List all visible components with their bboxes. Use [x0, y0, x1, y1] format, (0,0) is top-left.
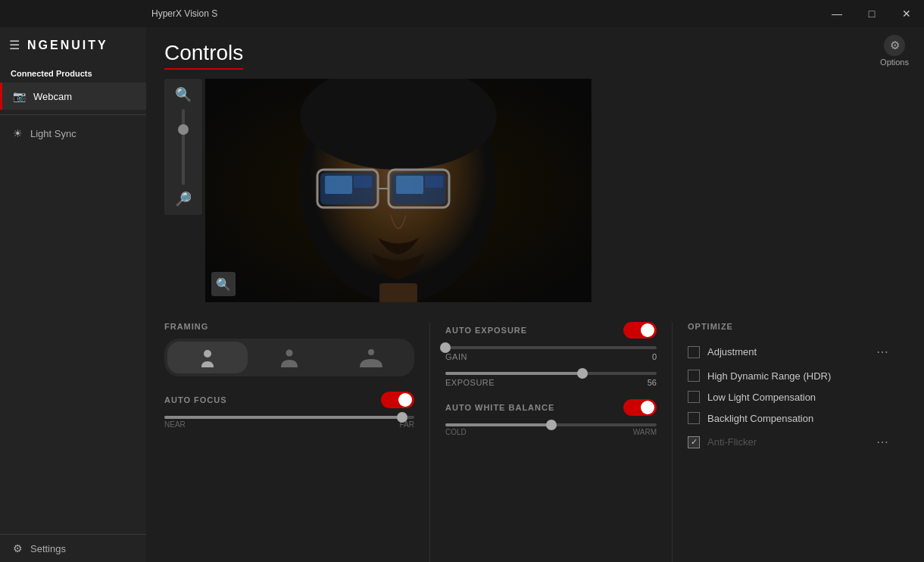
window-controls: — □ ✕	[819, 0, 924, 27]
sidebar-item-lightsync[interactable]: ☀ Light Sync	[0, 120, 146, 147]
page-title: Controls	[164, 41, 243, 70]
content-area: 🔍 🔎	[146, 79, 924, 562]
optimize-item-antiflicker: Anti-Flicker ⋯	[688, 429, 891, 455]
framing-option-close[interactable]	[167, 342, 248, 373]
autofocus-slider-ends: NEAR FAR	[164, 420, 414, 429]
gain-label: GAIN	[445, 352, 467, 361]
gain-slider-thumb[interactable]	[440, 342, 451, 353]
optimize-item-lowlight: Low Light Compensation	[688, 386, 891, 407]
optimize-item-hdr: High Dynamic Range (HDR)	[688, 365, 891, 386]
antiflicker-checkbox[interactable]	[688, 436, 700, 448]
adjustment-checkbox[interactable]	[688, 346, 700, 358]
autowhitebalance-knob	[641, 401, 654, 414]
svg-point-13	[204, 350, 211, 357]
autowhitebalance-toggle-row: AUTO WHITE BALANCE	[445, 399, 657, 416]
minimize-button[interactable]: —	[819, 0, 854, 27]
autofocus-toggle-row: AUTO FOCUS	[164, 392, 414, 408]
main-content: Controls ⚙ Options 🔍 🔎	[146, 27, 924, 562]
framing-option-wide[interactable]	[331, 342, 411, 373]
options-icon: ⚙	[884, 35, 905, 56]
controls-grid: FRAMING	[164, 313, 906, 562]
sidebar: ☰ NGENUITY Connected Products 📷 Webcam ☀…	[0, 27, 146, 562]
svg-rect-12	[379, 283, 417, 302]
cold-label: COLD	[445, 428, 467, 436]
svg-point-14	[286, 350, 293, 357]
options-label: Options	[880, 58, 909, 67]
logo-text: NGENUITY	[27, 39, 108, 52]
zoom-slider-thumb[interactable]	[178, 124, 189, 135]
autofocus-slider-container: NEAR FAR	[164, 416, 414, 429]
settings-label: Settings	[30, 543, 66, 554]
lowlight-label: Low Light Compensation	[707, 392, 891, 403]
autofocus-slider-thumb[interactable]	[397, 412, 407, 423]
hdr-label: High Dynamic Range (HDR)	[707, 370, 891, 382]
camera-image	[205, 79, 592, 302]
gain-slider-track[interactable]	[445, 346, 657, 349]
page-header: Controls	[146, 27, 924, 79]
framing-label: FRAMING	[164, 322, 414, 331]
optimize-item-backlight: Backlight Compensation	[688, 407, 891, 429]
zoom-in-icon[interactable]: 🔍	[175, 86, 192, 103]
optimize-label: OPTIMIZE	[688, 322, 891, 331]
autofocus-knob	[398, 393, 412, 407]
autofocus-slider-track[interactable]	[164, 416, 414, 419]
sidebar-bottom: ⚙ Settings	[0, 534, 146, 562]
autowhitebalance-toggle[interactable]	[623, 399, 657, 416]
title-bar: HyperX Vision S — □ ✕	[0, 0, 924, 27]
autowhitebalance-label: AUTO WHITE BALANCE	[445, 403, 554, 412]
warm-label: WARM	[633, 428, 657, 436]
whitebalance-slider-thumb[interactable]	[546, 420, 557, 430]
whitebalance-slider-track[interactable]	[445, 423, 657, 426]
framing-option-medium[interactable]	[249, 342, 329, 373]
gain-slider-container: GAIN 0	[445, 346, 657, 361]
lowlight-checkbox[interactable]	[688, 391, 700, 403]
hdr-checkbox[interactable]	[688, 370, 700, 382]
adjustment-label: Adjustment	[707, 346, 866, 357]
zoom-out-icon[interactable]: 🔎	[175, 191, 192, 208]
zoom-slider-track[interactable]	[182, 109, 185, 185]
sidebar-item-webcam[interactable]: 📷 Webcam	[0, 83, 146, 110]
framing-panel: FRAMING	[164, 322, 429, 562]
exposure-slider-thumb[interactable]	[577, 368, 588, 379]
adjustment-dots-button[interactable]: ⋯	[873, 343, 891, 361]
sidebar-divider	[0, 114, 146, 115]
camera-preview: 🔍	[205, 79, 592, 302]
sidebar-item-settings[interactable]: ⚙ Settings	[0, 535, 146, 562]
whitebalance-slider-fill	[445, 423, 551, 426]
hamburger-icon[interactable]: ☰	[9, 38, 20, 52]
svg-rect-10	[396, 176, 423, 194]
gain-value: 0	[652, 352, 657, 361]
exposure-slider-fill	[445, 372, 582, 375]
connected-products-label: Connected Products	[0, 63, 146, 83]
antiflicker-dots-button[interactable]: ⋯	[873, 433, 891, 451]
exposure-slider-container: EXPOSURE 56	[445, 372, 657, 387]
backlight-label: Backlight Compensation	[707, 413, 891, 424]
autofocus-toggle[interactable]	[381, 392, 414, 408]
sidebar-header: ☰ NGENUITY	[0, 27, 146, 63]
svg-rect-11	[425, 176, 443, 188]
autoexposure-knob	[641, 323, 654, 337]
autofocus-label: AUTO FOCUS	[164, 395, 227, 404]
framing-selector	[164, 339, 414, 376]
whitebalance-slider-container: COLD WARM	[445, 423, 657, 436]
autoexposure-toggle[interactable]	[623, 322, 657, 339]
exposure-label: EXPOSURE	[445, 378, 495, 387]
exposure-slider-track[interactable]	[445, 372, 657, 375]
webcam-icon: 📷	[13, 90, 26, 102]
maximize-button[interactable]: □	[854, 0, 889, 27]
options-button[interactable]: ⚙ Options	[880, 35, 909, 67]
app-body: ☰ NGENUITY Connected Products 📷 Webcam ☀…	[0, 27, 924, 562]
svg-rect-8	[325, 176, 352, 194]
optimize-panel: OPTIMIZE Adjustment ⋯ High Dynamic Range…	[672, 322, 906, 562]
zoom-panel: 🔍 🔎	[164, 79, 202, 215]
lightsync-label: Light Sync	[30, 128, 76, 139]
app-title: HyperX Vision S	[151, 8, 217, 19]
autofocus-near-label: NEAR	[164, 420, 186, 429]
reset-zoom-button[interactable]: 🔍	[211, 272, 236, 296]
backlight-checkbox[interactable]	[688, 412, 700, 424]
svg-point-15	[368, 349, 374, 355]
autofocus-slider-fill	[164, 416, 402, 419]
svg-rect-9	[354, 176, 372, 188]
close-button[interactable]: ✕	[889, 0, 924, 27]
lightsync-icon: ☀	[13, 127, 23, 139]
